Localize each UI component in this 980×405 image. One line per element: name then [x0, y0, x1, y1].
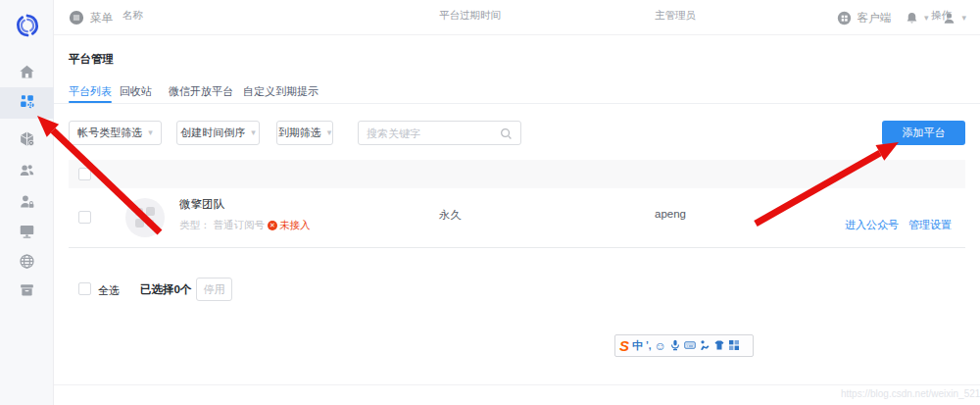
search-box: [358, 121, 521, 145]
chinese-mode-icon[interactable]: 中: [632, 338, 643, 353]
chevron-down-icon: ▾: [924, 14, 929, 23]
chevron-down-icon: ▾: [148, 128, 153, 137]
search-icon[interactable]: [500, 127, 513, 139]
created-order-label: 创建时间倒序: [180, 126, 245, 140]
admin-value: apeng: [655, 208, 686, 220]
platform-name: 微擎团队: [179, 197, 224, 212]
sidebar-item-permissions[interactable]: [0, 187, 54, 219]
page-title: 平台管理: [69, 52, 114, 67]
status-label: 未接入: [279, 219, 311, 232]
client-button[interactable]: 客户端: [837, 11, 891, 25]
handwriting-icon[interactable]: [699, 337, 710, 355]
topbar: 菜单 客户端 ▾ ▾: [54, 0, 980, 35]
client-label: 客户端: [857, 11, 891, 25]
expiry-filter-dropdown[interactable]: 到期筛选 ▾: [276, 121, 333, 145]
select-all-checkbox[interactable]: [78, 282, 91, 295]
sidebar-item-system[interactable]: [0, 217, 54, 248]
table-header: [69, 160, 965, 188]
search-input[interactable]: [367, 123, 494, 143]
expiry-filter-label: 到期筛选: [278, 126, 321, 140]
type-prefix: 类型：: [179, 219, 211, 232]
sidebar-item-platforms[interactable]: [0, 87, 54, 119]
sidebar-item-appstore[interactable]: [0, 276, 54, 307]
user-lock-icon: [18, 192, 36, 215]
sidebar: [0, 0, 54, 405]
row-checkbox[interactable]: [78, 211, 91, 224]
sidebar-item-site[interactable]: [0, 247, 54, 278]
globe-icon: [18, 252, 36, 275]
selected-count: 已选择0个: [140, 282, 191, 297]
type-value: 普通订阅号: [214, 219, 266, 232]
chevron-down-icon: ▾: [327, 128, 332, 137]
row-divider: [69, 247, 965, 248]
soft-keyboard-icon[interactable]: [684, 337, 696, 355]
voice-icon[interactable]: [669, 337, 681, 355]
created-order-dropdown[interactable]: 创建时间倒序 ▾: [176, 121, 260, 145]
add-platform-button[interactable]: 添加平台: [882, 121, 965, 145]
column-header-expire: 平台过期时间: [439, 9, 501, 23]
notifications-button[interactable]: ▾: [905, 11, 929, 25]
error-circle-icon: ✕: [268, 221, 277, 230]
cube-gear-icon: [18, 129, 36, 152]
expire-value: 永久: [439, 208, 462, 223]
watermark-text: https://blog.csdn.net/weixin_521549: [841, 388, 980, 399]
app-window: 菜单 客户端 ▾ ▾ 平台管理 平台列表: [0, 0, 980, 405]
store-box-icon: [18, 280, 36, 303]
platform-avatar: [125, 198, 165, 237]
weiengine-logo-icon: [14, 12, 41, 39]
emoji-icon[interactable]: ☺: [655, 340, 666, 352]
column-header-ops: 操作: [931, 9, 952, 23]
header-checkbox[interactable]: [78, 168, 91, 180]
toolbox-icon[interactable]: [728, 337, 740, 355]
monitor-icon: [18, 222, 36, 244]
sidebar-item-users[interactable]: [0, 156, 54, 187]
users-icon: [18, 161, 36, 183]
apps-grid-icon: [18, 92, 36, 115]
home-icon: [18, 63, 36, 85]
client-icon: [837, 11, 852, 25]
disable-button[interactable]: 停用: [196, 278, 232, 301]
sidebar-item-modules[interactable]: [0, 125, 54, 156]
account-type-filter-dropdown[interactable]: 帐号类型筛选 ▾: [69, 121, 162, 145]
sogou-logo-icon[interactable]: S: [619, 338, 629, 353]
manage-settings-link[interactable]: 管理设置: [908, 218, 952, 232]
chevron-down-icon: ▾: [251, 128, 256, 137]
tab-custom-expiry-notice[interactable]: 自定义到期提示: [243, 84, 318, 99]
sidebar-item-home[interactable]: [0, 58, 54, 89]
skin-icon[interactable]: [713, 337, 725, 355]
account-type-filter-label: 帐号类型筛选: [77, 126, 142, 140]
tab-platform-list[interactable]: 平台列表: [69, 84, 112, 99]
tab-bottom-border: [54, 103, 980, 104]
tab-recycle-bin[interactable]: 回收站: [120, 84, 152, 99]
enter-account-link[interactable]: 进入公众号: [845, 218, 899, 232]
bell-icon: [905, 11, 919, 25]
tab-wechat-open-platform[interactable]: 微信开放平台: [169, 84, 233, 99]
row-actions: 进入公众号 管理设置: [845, 218, 952, 232]
menu-label[interactable]: 菜单: [90, 11, 113, 25]
status-badge: ✕ 未接入: [268, 219, 311, 232]
platform-type: 类型： 普通订阅号 ✕ 未接入: [179, 219, 311, 232]
menu-icon[interactable]: [69, 10, 84, 25]
chevron-down-icon: ▾: [961, 14, 966, 23]
punctuation-icon[interactable]: ’,: [646, 340, 652, 351]
column-header-admin: 主管理员: [655, 9, 696, 23]
ime-toolbar: S 中 ’, ☺: [614, 334, 754, 357]
column-header-name: 名称: [122, 9, 143, 23]
select-all-label[interactable]: 全选: [98, 283, 120, 298]
footer-divider: [54, 384, 980, 385]
